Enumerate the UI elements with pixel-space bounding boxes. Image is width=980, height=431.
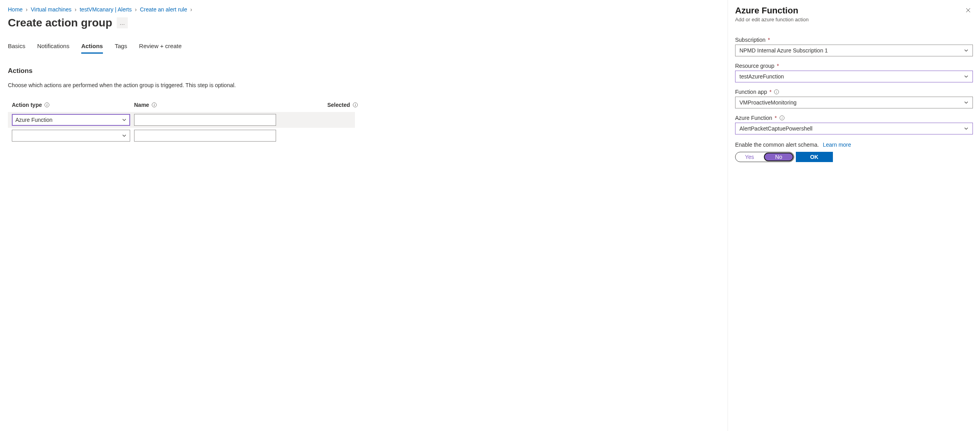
- info-icon[interactable]: i: [151, 102, 157, 108]
- learn-more-link[interactable]: Learn more: [823, 142, 851, 148]
- breadcrumb-create-rule[interactable]: Create an alert rule: [140, 6, 187, 13]
- toggle-yes[interactable]: Yes: [735, 152, 763, 162]
- action-type-value: Azure Function: [15, 117, 52, 123]
- action-name-input[interactable]: [134, 130, 276, 142]
- function-app-value: VMProactiveMonitoring: [739, 99, 797, 106]
- chevron-down-icon: [964, 126, 969, 131]
- chevron-down-icon: [122, 118, 127, 122]
- resource-group-value: testAzureFunction: [739, 73, 784, 80]
- chevron-right-icon: ›: [26, 6, 28, 13]
- subscription-value: NPMD Internal Azure Subscription 1: [739, 47, 828, 54]
- col-selected: Selected i: [280, 102, 358, 108]
- action-type-dropdown[interactable]: Azure Function: [12, 114, 130, 126]
- section-description: Choose which actions are performed when …: [8, 82, 355, 88]
- ok-button[interactable]: OK: [796, 152, 833, 162]
- actions-table: Action type i Name i Selected i Azure F: [8, 102, 355, 144]
- panel-subtitle: Add or edit azure function action: [735, 17, 808, 22]
- breadcrumb-home[interactable]: Home: [8, 6, 22, 13]
- col-name-label: Name: [134, 102, 149, 108]
- required-icon: *: [775, 115, 777, 121]
- tab-basics[interactable]: Basics: [8, 43, 25, 54]
- subscription-label-text: Subscription: [735, 37, 765, 43]
- function-app-label: Function app * i: [735, 89, 973, 95]
- panel-title: Azure Function: [735, 6, 808, 16]
- tab-notifications[interactable]: Notifications: [37, 43, 69, 54]
- close-button[interactable]: [963, 6, 973, 15]
- more-button[interactable]: …: [117, 17, 128, 28]
- action-name-input[interactable]: [134, 114, 276, 126]
- svg-text:i: i: [776, 90, 777, 94]
- function-app-label-text: Function app: [735, 89, 767, 95]
- col-selected-label: Selected: [327, 102, 350, 108]
- resource-group-dropdown[interactable]: testAzureFunction: [735, 71, 973, 82]
- table-row: [8, 128, 355, 144]
- schema-toggle[interactable]: Yes No: [735, 152, 794, 162]
- breadcrumb-vm-alerts[interactable]: testVMcanary | Alerts: [80, 6, 132, 13]
- azure-function-panel: Azure Function Add or edit azure functio…: [728, 0, 980, 431]
- resource-group-label: Resource group *: [735, 63, 973, 69]
- col-action-type: Action type i: [12, 102, 130, 108]
- tab-actions[interactable]: Actions: [81, 43, 103, 54]
- svg-text:i: i: [782, 116, 782, 120]
- info-icon[interactable]: i: [774, 89, 779, 95]
- action-type-dropdown[interactable]: [12, 130, 130, 142]
- breadcrumb: Home › Virtual machines › testVMcanary |…: [8, 6, 355, 13]
- chevron-down-icon: [964, 74, 969, 79]
- azure-function-value: AlertPacketCaptuePowershell: [739, 125, 812, 132]
- chevron-down-icon: [122, 133, 127, 138]
- required-icon: *: [769, 89, 771, 95]
- resource-group-label-text: Resource group: [735, 63, 775, 69]
- required-icon: *: [768, 37, 770, 43]
- section-title-actions: Actions: [8, 67, 355, 75]
- chevron-down-icon: [964, 100, 969, 105]
- azure-function-label-text: Azure Function: [735, 115, 772, 121]
- chevron-right-icon: ›: [135, 6, 137, 13]
- schema-text: Enable the common alert schema.: [735, 142, 819, 148]
- info-icon[interactable]: i: [779, 115, 785, 121]
- info-icon[interactable]: i: [44, 102, 50, 108]
- function-app-dropdown[interactable]: VMProactiveMonitoring: [735, 97, 973, 108]
- chevron-down-icon: [964, 48, 969, 53]
- page-title: Create action group: [8, 17, 112, 29]
- tab-tags[interactable]: Tags: [115, 43, 127, 54]
- toggle-no[interactable]: No: [764, 153, 793, 161]
- subscription-label: Subscription *: [735, 37, 973, 43]
- chevron-right-icon: ›: [190, 6, 192, 13]
- tabs: Basics Notifications Actions Tags Review…: [8, 43, 355, 54]
- svg-text:i: i: [47, 103, 48, 107]
- table-row: Azure Function: [8, 112, 355, 128]
- azure-function-label: Azure Function * i: [735, 115, 973, 121]
- chevron-right-icon: ›: [75, 6, 77, 13]
- subscription-dropdown[interactable]: NPMD Internal Azure Subscription 1: [735, 45, 973, 56]
- azure-function-dropdown[interactable]: AlertPacketCaptuePowershell: [735, 123, 973, 134]
- required-icon: *: [777, 63, 779, 69]
- info-icon[interactable]: i: [353, 102, 358, 108]
- tab-review-create[interactable]: Review + create: [139, 43, 182, 54]
- breadcrumb-vms[interactable]: Virtual machines: [31, 6, 71, 13]
- svg-text:i: i: [154, 103, 155, 107]
- col-action-type-label: Action type: [12, 102, 42, 108]
- svg-text:i: i: [355, 103, 356, 107]
- col-name: Name i: [134, 102, 276, 108]
